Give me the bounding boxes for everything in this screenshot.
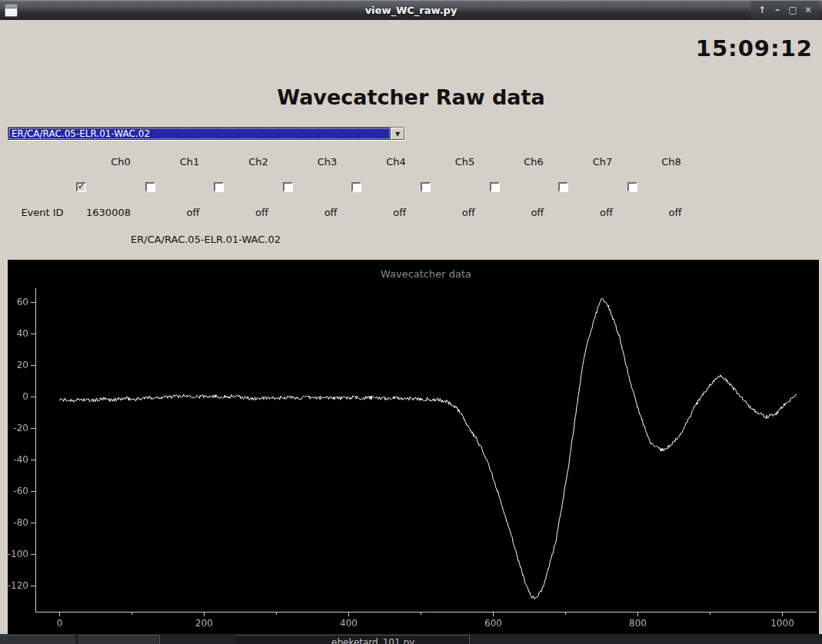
channel-ch5-checkbox[interactable] — [421, 182, 431, 192]
device-caption: ER/CA/RAC.05-ELR.01-WAC.02 — [131, 234, 281, 245]
taskbar: ebeketard_101.py — [0, 634, 822, 644]
channel-ch5-value: off — [462, 207, 475, 218]
channel-ch5-label: Ch5 — [455, 156, 475, 168]
channel-ch8-checkbox[interactable] — [627, 182, 637, 192]
waveform-canvas — [8, 260, 819, 635]
channel-ch6-label: Ch6 — [524, 156, 544, 168]
maximize-icon[interactable]: ▢ — [787, 5, 799, 15]
waveform-plot — [8, 260, 819, 635]
window-controls: ↑ – ▢ ✕ — [750, 1, 820, 19]
window-title: view_WC_raw.py — [0, 5, 822, 16]
channel-ch6-checkbox[interactable] — [490, 182, 500, 192]
taskbar-button[interactable] — [78, 635, 158, 644]
clock: 15:09:12 — [696, 35, 813, 61]
device-combobox[interactable]: ER/CA/RAC.05-ELR.01-WAC.02 ▼ — [8, 127, 405, 141]
channel-ch8-label: Ch8 — [661, 156, 681, 168]
channel-ch4-value: off — [393, 207, 406, 218]
channel-ch1-label: Ch1 — [180, 156, 200, 168]
channel-ch7-label: Ch7 — [593, 156, 613, 168]
channel-ch7-value: off — [600, 207, 613, 218]
channel-ch0-label: Ch0 — [111, 156, 131, 168]
shade-icon[interactable]: ↑ — [756, 5, 768, 15]
window-icon — [5, 4, 18, 17]
device-combobox-value[interactable]: ER/CA/RAC.05-ELR.01-WAC.02 — [8, 128, 391, 140]
channel-ch6-value: off — [531, 207, 544, 218]
channel-ch7-checkbox[interactable] — [558, 182, 568, 192]
channel-ch0-checkbox[interactable]: ✓ — [76, 182, 86, 192]
channel-ch3-label: Ch3 — [318, 156, 338, 168]
checkmark-icon: ✓ — [78, 181, 85, 191]
chevron-down-icon[interactable]: ▼ — [391, 128, 404, 140]
taskbar-separator — [159, 635, 160, 644]
page-title: Wavecatcher Raw data — [0, 85, 822, 109]
channel-ch4-checkbox[interactable] — [351, 182, 361, 192]
channel-ch1-checkbox[interactable] — [145, 182, 155, 192]
taskbar-button-label: ebeketard_101.py — [331, 637, 414, 644]
channel-ch2-checkbox[interactable] — [214, 182, 224, 192]
channel-ch3-checkbox[interactable] — [283, 182, 293, 192]
close-icon[interactable]: ✕ — [802, 5, 814, 15]
application-window: view_WC_raw.py ↑ – ▢ ✕ 15:09:12 Wavecatc… — [0, 0, 822, 644]
taskbar-button[interactable]: ebeketard_101.py — [235, 635, 469, 644]
taskbar-button[interactable] — [0, 635, 75, 644]
channel-ch0-value: 1630008 — [86, 207, 131, 218]
channel-ch8-value: off — [669, 207, 682, 218]
event-id-label: Event ID — [21, 207, 63, 218]
channel-ch1-value: off — [187, 207, 200, 218]
channel-ch4-label: Ch4 — [386, 156, 406, 168]
channel-ch3-value: off — [324, 207, 338, 218]
minimize-icon[interactable]: – — [771, 5, 784, 15]
channel-ch2-value: off — [255, 207, 268, 218]
taskbar-separator — [469, 635, 470, 644]
channel-ch2-label: Ch2 — [248, 156, 268, 168]
titlebar: view_WC_raw.py ↑ – ▢ ✕ — [0, 0, 822, 20]
